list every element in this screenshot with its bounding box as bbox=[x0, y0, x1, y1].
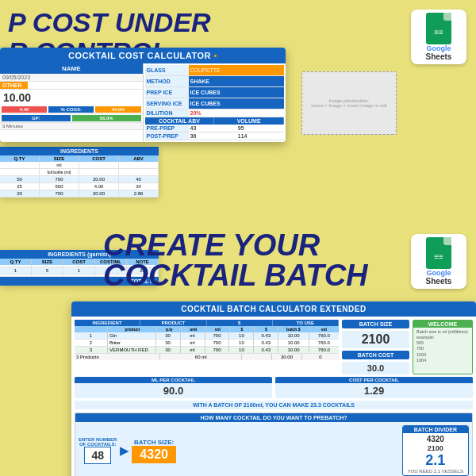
sheets-icon-bars: ≡≡ bbox=[434, 28, 443, 36]
ing-cell-1-qty bbox=[0, 169, 40, 175]
post-prep-vol: 114 bbox=[236, 132, 284, 140]
ing-cell-2-size: 700 bbox=[40, 176, 79, 182]
batch-card-header: COCKTAIL BATCH CALCULATOR EXTENDED bbox=[71, 301, 476, 317]
volume-header: VOLUME bbox=[214, 117, 284, 125]
bottom-headline-line2: COCKTAIL BATCH bbox=[103, 260, 368, 290]
other-row: OTHER bbox=[0, 82, 143, 90]
abv-header: COCKTAIL ABV VOLUME bbox=[145, 117, 285, 125]
cost-per-cocktail-box: COST PER COCKTAIL 1.29 bbox=[275, 377, 473, 398]
batch-right-boxes: BATCH SIZE 2100 BATCH COST 30.0 bbox=[342, 320, 409, 374]
google-badge-top: ≡≡ Google Sheets bbox=[411, 10, 466, 64]
ing-row-3: 25 500 4.00 34 bbox=[0, 183, 159, 190]
cocktail-stats: ML PER COCKTAIL 90.0 COST PER COCKTAIL 1… bbox=[75, 377, 473, 398]
cocktail-abv-header: COCKTAIL ABV bbox=[145, 117, 215, 125]
ing-cell-0-cost bbox=[79, 162, 119, 168]
sheets-text-bottom: Sheets bbox=[426, 277, 452, 286]
google-text-top: Google bbox=[427, 44, 451, 52]
serving-ice-label: SERVING ICE bbox=[145, 98, 189, 109]
ingredients-header: INGREDIENTS bbox=[0, 147, 159, 155]
batch-divider-mid: 2100 bbox=[408, 444, 463, 452]
batch-note: WITH A BATCH OF 2100ml, YOU CAN MAKE 23.… bbox=[75, 401, 473, 409]
garnish-col-size: SIZE bbox=[32, 259, 63, 265]
welcome-title: WELCOME bbox=[413, 321, 472, 328]
ing-cell-3-size: 500 bbox=[40, 183, 79, 190]
ing-row-0: ml bbox=[0, 162, 159, 169]
ing-col-abv: ABV bbox=[119, 155, 159, 162]
ing-col-size: SIZE bbox=[40, 155, 79, 162]
garnish-cell-2-size bbox=[32, 274, 63, 276]
welcome-text: Batch size is ml (millilitres).example:5… bbox=[416, 329, 469, 363]
garnish-cell-0-qty bbox=[0, 265, 32, 267]
gp-row: GP: 56.0% bbox=[0, 114, 143, 123]
garnish-cell-1-qty: 1 bbox=[0, 267, 32, 274]
ing-col-cost: COST bbox=[79, 155, 119, 162]
batch-col-header: INGREDIENT PRODUCT $ TO USE bbox=[75, 320, 339, 326]
ing-cell-2-abv: 40 bbox=[119, 176, 159, 182]
enter-cocktails-group: ENTER NUMBEROF COCKTAILS: 48 bbox=[79, 437, 117, 464]
ing-row-2: 50 700 20.00 40 bbox=[0, 176, 159, 183]
ing-row-1: full bottle (ml) bbox=[0, 169, 159, 176]
ingredients-table: INGREDIENTS Q.TY SIZE COST ABV ml full b… bbox=[0, 147, 159, 198]
batch-divider-box: BATCH DIVIDER 4320 2100 2.1 YOU NEED 2.1… bbox=[402, 425, 469, 476]
glass-label: GLASS bbox=[145, 65, 189, 75]
ing-cell-4-abv: 2.86 bbox=[119, 190, 159, 197]
ml-per-cocktail-value: 90.0 bbox=[75, 383, 272, 398]
ml-per-cocktail-label: ML PER COCKTAIL bbox=[75, 377, 272, 383]
ing-cell-4-cost: 20.00 bbox=[79, 190, 119, 197]
ing-cell-3-qty: 25 bbox=[0, 183, 40, 190]
batch-ingredients-table: INGREDIENT PRODUCT $ TO USE product q.ty… bbox=[75, 320, 339, 374]
other-label: OTHER bbox=[0, 82, 28, 89]
gp-label-cell: GP: bbox=[2, 115, 71, 121]
batch-col-dollar: $ bbox=[207, 320, 273, 326]
pre-prep-vol: 95 bbox=[236, 125, 284, 132]
ing-cell-3-cost: 4.00 bbox=[79, 183, 119, 190]
name-header: NAME bbox=[0, 63, 143, 74]
garnish-cell-1-size: 5 bbox=[32, 267, 63, 274]
garnish-cell-0-size bbox=[32, 265, 63, 267]
prebatch-body: ENTER NUMBEROF COCKTAILS: 48 ▶ BATCH SIZ… bbox=[75, 422, 472, 476]
ing-cell-0-qty bbox=[0, 162, 40, 168]
ing-row-4: 20 700 20.00 2.86 bbox=[0, 190, 159, 198]
cogs-val-cell: 44.0% bbox=[95, 106, 140, 113]
bottom-headline: CREATE YOUR COCKTAIL BATCH bbox=[103, 230, 368, 290]
date-field: 09/05/2023 bbox=[0, 74, 143, 82]
google-text-bottom: Google bbox=[427, 269, 451, 277]
pre-prep-val: 43 bbox=[189, 125, 236, 132]
ing-cell-0-size: ml bbox=[40, 162, 79, 168]
ml-label: 60 ml bbox=[160, 354, 242, 360]
post-prep-label: POST-PREP bbox=[145, 132, 189, 140]
garnish-col-cost: COST bbox=[63, 259, 95, 265]
minutes-row: 3 Minutes bbox=[0, 123, 143, 130]
ml-per-cocktail-box: ML PER COCKTAIL 90.0 bbox=[75, 377, 272, 398]
welcome-box: WELCOME Batch size is ml (millilitres).e… bbox=[413, 320, 473, 374]
prep-ice-row: PREP ICE ICE CUBES bbox=[145, 87, 285, 98]
serving-ice-row: SERVING ICE ICE CUBES bbox=[145, 98, 285, 109]
batch-size-value: 2100 bbox=[342, 331, 409, 348]
prebatch-batchsize-value: 4320 bbox=[132, 446, 176, 463]
ing-cell-2-cost: 20.00 bbox=[79, 176, 119, 182]
bottom-headline-line1: CREATE YOUR bbox=[103, 230, 368, 260]
image-placeholder: Image placeholder:Insert > Image > Inser… bbox=[301, 71, 397, 135]
prebatch-section: HOW MANY COCKTAIL DO YOU WANT TO PREBATC… bbox=[75, 413, 473, 476]
pre-prep-label: PRE-PREP bbox=[145, 125, 189, 132]
products-count: 3 Products bbox=[75, 354, 160, 360]
prebatch-batchsize: BATCH SIZE: 4320 bbox=[132, 439, 176, 463]
serving-ice-val: ICE CUBES bbox=[189, 98, 285, 109]
gp-val-cell: 56.0% bbox=[72, 115, 141, 121]
metrics-row: 4.40 % COGS: 44.0% bbox=[0, 106, 143, 114]
enter-cocktails-value[interactable]: 48 bbox=[84, 447, 111, 464]
google-badge-bottom: ≡≡ Google Sheets bbox=[411, 234, 466, 289]
ing-cell-0-abv bbox=[119, 162, 159, 168]
garnish-cell-0-cost bbox=[63, 265, 95, 267]
glass-row: GLASS COUPETTE bbox=[145, 65, 285, 76]
prebatch-header: HOW MANY COCKTAIL DO YOU WANT TO PREBATC… bbox=[75, 413, 472, 422]
other-val bbox=[28, 82, 143, 89]
batch-footer-row: 3 Products 60 ml 30.00 0 bbox=[75, 354, 339, 360]
enter-cocktails-label: ENTER NUMBEROF COCKTAILS: bbox=[79, 437, 117, 447]
dilution-label: DILUTION bbox=[145, 109, 189, 117]
prep-ice-val: ICE CUBES bbox=[189, 87, 285, 98]
batch-divider-top: 4320 bbox=[408, 435, 463, 444]
image-placeholder-text: Image placeholder:Insert > Image > Inser… bbox=[311, 98, 386, 108]
batch-divider-note: YOU NEED 2.1 VESSELS bbox=[408, 469, 463, 474]
batch-row-3: 3 VERMOUTH RED 30 ml 700 10 0.43 10.00 7… bbox=[75, 347, 339, 354]
